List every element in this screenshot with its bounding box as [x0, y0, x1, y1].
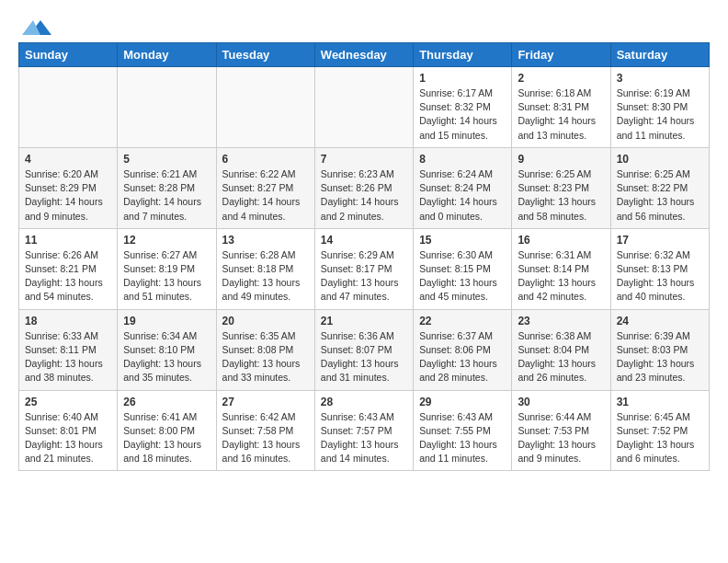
day-number: 30 — [518, 396, 604, 408]
day-info: Sunrise: 6:18 AM Sunset: 8:31 PM Dayligh… — [518, 86, 604, 143]
day-info: Sunrise: 6:28 AM Sunset: 8:18 PM Dayligh… — [222, 248, 309, 304]
day-number: 29 — [419, 396, 506, 408]
calendar-day-cell: 26Sunrise: 6:41 AM Sunset: 8:00 PM Dayli… — [118, 390, 216, 471]
day-info: Sunrise: 6:35 AM Sunset: 8:08 PM Dayligh… — [222, 329, 309, 385]
day-info: Sunrise: 6:33 AM Sunset: 8:11 PM Dayligh… — [25, 329, 111, 385]
day-info: Sunrise: 6:27 AM Sunset: 8:19 PM Dayligh… — [123, 248, 210, 304]
day-info: Sunrise: 6:43 AM Sunset: 7:57 PM Dayligh… — [321, 410, 407, 466]
calendar-header-row: SundayMondayTuesdayWednesdayThursdayFrid… — [19, 43, 710, 67]
calendar-day-cell: 2Sunrise: 6:18 AM Sunset: 8:31 PM Daylig… — [512, 67, 610, 148]
calendar-header-wednesday: Wednesday — [314, 43, 413, 67]
calendar-day-cell: 4Sunrise: 6:20 AM Sunset: 8:29 PM Daylig… — [19, 147, 118, 228]
day-number: 5 — [123, 153, 210, 166]
day-number: 20 — [222, 315, 309, 327]
day-info: Sunrise: 6:36 AM Sunset: 8:07 PM Dayligh… — [321, 329, 407, 385]
day-number: 2 — [518, 72, 604, 85]
day-number: 3 — [617, 72, 703, 85]
calendar-week-row: 11Sunrise: 6:26 AM Sunset: 8:21 PM Dayli… — [19, 228, 710, 309]
calendar-day-cell: 1Sunrise: 6:17 AM Sunset: 8:32 PM Daylig… — [414, 67, 512, 148]
calendar-header-friday: Friday — [512, 43, 610, 67]
calendar-day-cell: 13Sunrise: 6:28 AM Sunset: 8:18 PM Dayli… — [216, 228, 314, 309]
calendar-day-cell: 21Sunrise: 6:36 AM Sunset: 8:07 PM Dayli… — [314, 309, 413, 390]
day-number: 17 — [617, 234, 703, 247]
logo — [18, 18, 51, 37]
day-number: 14 — [321, 234, 407, 247]
calendar: SundayMondayTuesdayWednesdayThursdayFrid… — [18, 42, 710, 471]
calendar-day-cell — [19, 67, 118, 148]
calendar-day-cell: 19Sunrise: 6:34 AM Sunset: 8:10 PM Dayli… — [118, 309, 216, 390]
day-number: 12 — [123, 234, 210, 247]
day-info: Sunrise: 6:26 AM Sunset: 8:21 PM Dayligh… — [25, 248, 111, 304]
day-info: Sunrise: 6:32 AM Sunset: 8:13 PM Dayligh… — [617, 248, 703, 304]
day-info: Sunrise: 6:20 AM Sunset: 8:29 PM Dayligh… — [25, 167, 111, 224]
day-info: Sunrise: 6:25 AM Sunset: 8:23 PM Dayligh… — [518, 167, 604, 224]
calendar-week-row: 25Sunrise: 6:40 AM Sunset: 8:01 PM Dayli… — [19, 390, 710, 471]
day-number: 22 — [419, 315, 506, 327]
calendar-day-cell: 20Sunrise: 6:35 AM Sunset: 8:08 PM Dayli… — [216, 309, 314, 390]
calendar-header-thursday: Thursday — [414, 43, 512, 67]
calendar-header-monday: Monday — [118, 43, 216, 67]
calendar-day-cell: 23Sunrise: 6:38 AM Sunset: 8:04 PM Dayli… — [512, 309, 610, 390]
day-info: Sunrise: 6:22 AM Sunset: 8:27 PM Dayligh… — [222, 167, 309, 224]
calendar-week-row: 18Sunrise: 6:33 AM Sunset: 8:11 PM Dayli… — [19, 309, 710, 390]
day-info: Sunrise: 6:42 AM Sunset: 7:58 PM Dayligh… — [222, 410, 309, 466]
calendar-header-saturday: Saturday — [610, 43, 709, 67]
day-number: 16 — [518, 234, 604, 247]
calendar-day-cell — [216, 67, 314, 148]
day-number: 24 — [617, 315, 703, 327]
header — [18, 18, 710, 37]
day-number: 13 — [222, 234, 309, 247]
calendar-day-cell: 12Sunrise: 6:27 AM Sunset: 8:19 PM Dayli… — [118, 228, 216, 309]
day-number: 8 — [419, 153, 506, 166]
day-number: 31 — [617, 396, 703, 408]
day-info: Sunrise: 6:31 AM Sunset: 8:14 PM Dayligh… — [518, 248, 604, 304]
calendar-day-cell: 27Sunrise: 6:42 AM Sunset: 7:58 PM Dayli… — [216, 390, 314, 471]
calendar-day-cell: 16Sunrise: 6:31 AM Sunset: 8:14 PM Dayli… — [512, 228, 610, 309]
day-number: 25 — [25, 396, 111, 408]
calendar-week-row: 4Sunrise: 6:20 AM Sunset: 8:29 PM Daylig… — [19, 147, 710, 228]
calendar-day-cell: 9Sunrise: 6:25 AM Sunset: 8:23 PM Daylig… — [512, 147, 610, 228]
calendar-day-cell: 8Sunrise: 6:24 AM Sunset: 8:24 PM Daylig… — [414, 147, 512, 228]
calendar-day-cell: 25Sunrise: 6:40 AM Sunset: 8:01 PM Dayli… — [19, 390, 118, 471]
calendar-day-cell: 17Sunrise: 6:32 AM Sunset: 8:13 PM Dayli… — [610, 228, 709, 309]
day-info: Sunrise: 6:17 AM Sunset: 8:32 PM Dayligh… — [419, 86, 506, 143]
day-info: Sunrise: 6:25 AM Sunset: 8:22 PM Dayligh… — [617, 167, 703, 224]
day-number: 6 — [222, 153, 309, 166]
calendar-day-cell: 22Sunrise: 6:37 AM Sunset: 8:06 PM Dayli… — [414, 309, 512, 390]
day-info: Sunrise: 6:40 AM Sunset: 8:01 PM Dayligh… — [25, 410, 111, 466]
day-number: 7 — [321, 153, 407, 166]
logo-icon — [22, 18, 51, 37]
day-info: Sunrise: 6:41 AM Sunset: 8:00 PM Dayligh… — [123, 410, 210, 466]
calendar-day-cell: 24Sunrise: 6:39 AM Sunset: 8:03 PM Dayli… — [610, 309, 709, 390]
calendar-header-tuesday: Tuesday — [216, 43, 314, 67]
calendar-day-cell: 30Sunrise: 6:44 AM Sunset: 7:53 PM Dayli… — [512, 390, 610, 471]
day-number: 4 — [25, 153, 111, 166]
calendar-week-row: 1Sunrise: 6:17 AM Sunset: 8:32 PM Daylig… — [19, 67, 710, 148]
day-number: 18 — [25, 315, 111, 327]
calendar-header-sunday: Sunday — [19, 43, 118, 67]
day-number: 19 — [123, 315, 210, 327]
day-number: 23 — [518, 315, 604, 327]
day-number: 10 — [617, 153, 703, 166]
calendar-day-cell: 18Sunrise: 6:33 AM Sunset: 8:11 PM Dayli… — [19, 309, 118, 390]
day-number: 1 — [419, 72, 506, 85]
calendar-day-cell: 11Sunrise: 6:26 AM Sunset: 8:21 PM Dayli… — [19, 228, 118, 309]
calendar-day-cell — [314, 67, 413, 148]
day-info: Sunrise: 6:38 AM Sunset: 8:04 PM Dayligh… — [518, 329, 604, 385]
calendar-day-cell: 28Sunrise: 6:43 AM Sunset: 7:57 PM Dayli… — [314, 390, 413, 471]
day-info: Sunrise: 6:37 AM Sunset: 8:06 PM Dayligh… — [419, 329, 506, 385]
day-number: 15 — [419, 234, 506, 247]
day-info: Sunrise: 6:39 AM Sunset: 8:03 PM Dayligh… — [617, 329, 703, 385]
day-info: Sunrise: 6:24 AM Sunset: 8:24 PM Dayligh… — [419, 167, 506, 224]
calendar-day-cell: 6Sunrise: 6:22 AM Sunset: 8:27 PM Daylig… — [216, 147, 314, 228]
calendar-day-cell: 3Sunrise: 6:19 AM Sunset: 8:30 PM Daylig… — [610, 67, 709, 148]
day-info: Sunrise: 6:30 AM Sunset: 8:15 PM Dayligh… — [419, 248, 506, 304]
day-info: Sunrise: 6:43 AM Sunset: 7:55 PM Dayligh… — [419, 410, 506, 466]
day-number: 27 — [222, 396, 309, 408]
day-info: Sunrise: 6:29 AM Sunset: 8:17 PM Dayligh… — [321, 248, 407, 304]
calendar-day-cell: 29Sunrise: 6:43 AM Sunset: 7:55 PM Dayli… — [414, 390, 512, 471]
calendar-day-cell: 5Sunrise: 6:21 AM Sunset: 8:28 PM Daylig… — [118, 147, 216, 228]
calendar-day-cell — [118, 67, 216, 148]
day-info: Sunrise: 6:23 AM Sunset: 8:26 PM Dayligh… — [321, 167, 407, 224]
calendar-day-cell: 14Sunrise: 6:29 AM Sunset: 8:17 PM Dayli… — [314, 228, 413, 309]
